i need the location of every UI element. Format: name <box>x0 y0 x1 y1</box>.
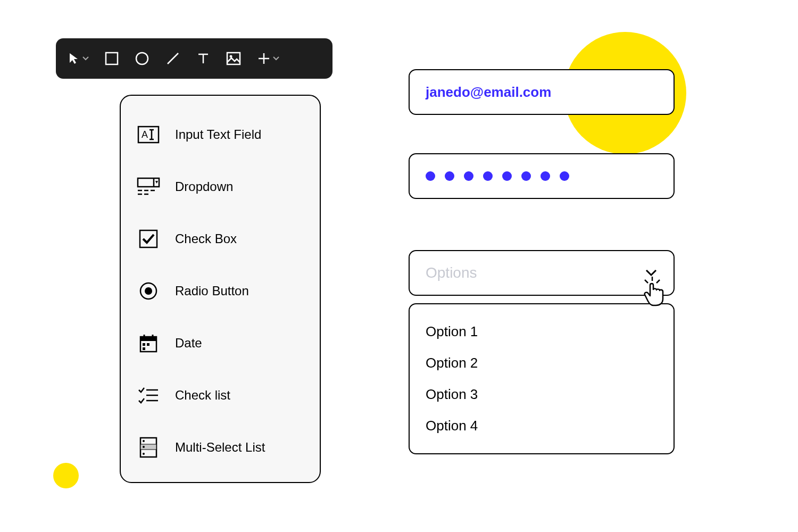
option-item[interactable]: Option 4 <box>426 410 658 442</box>
tools-toolbar <box>56 38 332 79</box>
svg-line-36 <box>645 280 648 283</box>
palette-item-radio[interactable]: Radio Button <box>137 265 304 317</box>
chevron-down-icon <box>82 55 89 62</box>
options-dropdown-panel: Option 1 Option 2 Option 3 Option 4 <box>409 303 675 454</box>
option-item[interactable]: Option 2 <box>426 347 658 379</box>
options-select[interactable]: Options <box>409 250 675 296</box>
svg-rect-0 <box>106 53 118 64</box>
palette-item-label: Dropdown <box>175 179 233 194</box>
password-field[interactable] <box>409 153 675 199</box>
select-placeholder: Options <box>426 264 477 281</box>
text-icon <box>196 52 210 65</box>
palette-item-checklist[interactable]: Check list <box>137 369 304 421</box>
checklist-icon <box>137 386 160 405</box>
svg-line-2 <box>168 53 178 64</box>
password-dot <box>483 171 493 181</box>
password-dot <box>521 171 531 181</box>
pointer-cursor-icon <box>642 276 670 310</box>
email-field[interactable]: janedo@email.com <box>409 69 675 115</box>
cursor-icon <box>68 52 80 65</box>
option-item[interactable]: Option 3 <box>426 379 658 410</box>
svg-rect-26 <box>143 347 145 350</box>
square-icon <box>105 52 119 65</box>
svg-text:A: A <box>142 129 148 140</box>
palette-item-label: Date <box>175 336 202 351</box>
line-icon <box>165 51 180 66</box>
calendar-icon <box>137 334 160 353</box>
input-text-icon: A <box>137 126 160 144</box>
svg-rect-25 <box>147 343 149 346</box>
email-value: janedo@email.com <box>426 84 551 101</box>
svg-point-1 <box>136 53 148 64</box>
tool-add[interactable] <box>257 52 279 65</box>
svg-point-32 <box>143 440 145 442</box>
chevron-down-icon <box>273 55 279 62</box>
tool-circle[interactable] <box>135 51 149 66</box>
password-dot <box>445 171 454 181</box>
svg-point-34 <box>143 453 145 455</box>
palette-item-checkbox[interactable]: Check Box <box>137 213 304 265</box>
password-dot <box>541 171 550 181</box>
palette-item-label: Radio Button <box>175 284 249 298</box>
tool-rectangle[interactable] <box>105 52 119 65</box>
svg-line-37 <box>656 280 660 283</box>
palette-item-label: Check Box <box>175 231 237 246</box>
svg-point-4 <box>230 55 232 58</box>
checkbox-icon <box>137 229 160 248</box>
password-dot <box>426 171 435 181</box>
password-dot <box>464 171 473 181</box>
password-dots <box>426 171 569 181</box>
image-icon <box>226 52 241 65</box>
svg-rect-3 <box>227 53 240 64</box>
palette-item-label: Check list <box>175 388 230 403</box>
accent-circle-small <box>53 463 79 488</box>
tool-text[interactable] <box>196 52 210 65</box>
plus-icon <box>257 52 271 65</box>
component-palette: A Input Text Field Dropdown Check Box Ra… <box>120 95 321 483</box>
tool-image[interactable] <box>226 52 241 65</box>
circle-icon <box>135 51 149 66</box>
password-dot <box>560 171 569 181</box>
palette-item-date[interactable]: Date <box>137 317 304 369</box>
palette-item-input-text[interactable]: A Input Text Field <box>137 109 304 161</box>
tool-cursor[interactable] <box>68 52 89 65</box>
multiselect-icon <box>137 437 160 458</box>
svg-point-33 <box>143 446 145 448</box>
svg-rect-10 <box>138 178 159 187</box>
svg-rect-21 <box>140 337 156 341</box>
svg-rect-17 <box>140 230 157 247</box>
palette-item-multiselect[interactable]: Multi-Select List <box>137 421 304 473</box>
palette-item-label: Input Text Field <box>175 127 261 142</box>
dropdown-icon <box>137 177 160 196</box>
palette-item-dropdown[interactable]: Dropdown <box>137 161 304 213</box>
palette-item-label: Multi-Select List <box>175 440 265 455</box>
svg-point-19 <box>145 287 152 295</box>
radio-icon <box>137 281 160 301</box>
option-item[interactable]: Option 1 <box>426 316 658 347</box>
password-dot <box>502 171 512 181</box>
tool-line[interactable] <box>165 51 180 66</box>
svg-rect-24 <box>143 343 145 346</box>
